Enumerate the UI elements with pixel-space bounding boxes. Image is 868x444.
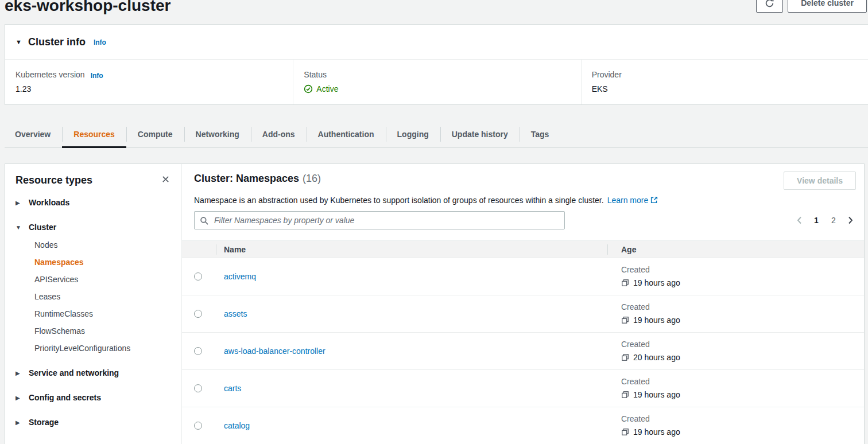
description-text: Namespace is an abstraction used by Kube… xyxy=(194,196,604,205)
tab-logging[interactable]: Logging xyxy=(386,120,440,147)
tab-resources[interactable]: Resources xyxy=(62,120,126,147)
resource-types-sidebar: Resource types ▶Workloads▼ClusterNodesNa… xyxy=(5,164,182,444)
sidebar-item-runtimeclasses[interactable]: RuntimeClasses xyxy=(34,309,171,318)
row-select-cell xyxy=(182,407,216,444)
tab-label: Tags xyxy=(531,130,549,139)
sidebar-group-workloads[interactable]: ▶Workloads xyxy=(16,198,171,207)
sidebar-group-label: Config and secrets xyxy=(29,393,101,402)
collapse-caret-icon[interactable]: ▼ xyxy=(16,38,22,45)
table-row: catalogCreated19 hours ago xyxy=(182,407,864,444)
field-value: Active xyxy=(304,84,580,94)
close-sidebar-button[interactable] xyxy=(160,174,171,186)
view-details-button[interactable]: View details xyxy=(784,172,856,190)
namespace-link[interactable]: assets xyxy=(224,309,247,318)
page-header: eks-workshop-cluster Delete cluster xyxy=(0,0,868,24)
copy-icon[interactable] xyxy=(621,279,629,287)
table-toolbar: 12 xyxy=(182,211,864,229)
sidebar-group-label: Storage xyxy=(29,418,59,427)
tab-add-ons[interactable]: Add-ons xyxy=(251,120,307,147)
namespaces-title-text: Cluster: Namespaces xyxy=(194,173,299,184)
row-age-cell: Created19 hours ago xyxy=(607,407,864,444)
age-value-line: 19 hours ago xyxy=(621,316,864,325)
namespace-link[interactable]: carts xyxy=(224,384,241,393)
row-select-radio[interactable] xyxy=(194,272,202,281)
table-body: activemqCreated19 hours agoassetsCreated… xyxy=(182,258,864,444)
tab-tags[interactable]: Tags xyxy=(520,120,561,147)
namespace-link[interactable]: catalog xyxy=(224,421,250,430)
page-button-1[interactable]: 1 xyxy=(810,213,823,227)
tab-authentication[interactable]: Authentication xyxy=(307,120,386,147)
row-select-radio[interactable] xyxy=(194,422,202,430)
namespaces-panel: Cluster: Namespaces(16) View details Nam… xyxy=(182,164,864,444)
age-value: 19 hours ago xyxy=(633,427,680,437)
delete-cluster-button[interactable]: Delete cluster xyxy=(788,0,867,13)
row-name-cell: activemq xyxy=(216,258,607,295)
cluster-info-field-provider: ProviderEKS xyxy=(581,60,868,104)
tab-overview[interactable]: Overview xyxy=(5,120,62,147)
cluster-info-info-link[interactable]: Info xyxy=(94,38,106,46)
sidebar-header: Resource types xyxy=(16,174,171,186)
row-select-cell xyxy=(182,370,216,407)
sidebar-item-prioritylevelconfigurations[interactable]: PriorityLevelConfigurations xyxy=(34,344,171,353)
learn-more-link[interactable]: Learn more xyxy=(607,196,658,205)
field-info-link[interactable]: Info xyxy=(91,72,103,80)
copy-icon[interactable] xyxy=(621,428,629,436)
sidebar-group-children: NodesNamespacesAPIServicesLeasesRuntimeC… xyxy=(16,240,171,353)
row-age-cell: Created19 hours ago xyxy=(607,258,864,295)
sidebar-item-namespaces[interactable]: Namespaces xyxy=(34,258,171,267)
resources-card: Resource types ▶Workloads▼ClusterNodesNa… xyxy=(5,163,865,444)
field-label: Kubernetes versionInfo xyxy=(16,70,293,79)
sidebar-group-cluster[interactable]: ▼Cluster xyxy=(16,223,171,232)
refresh-button[interactable] xyxy=(756,0,783,13)
age-column-header: Age xyxy=(607,245,864,254)
namespace-link[interactable]: aws-load-balancer-controller xyxy=(224,346,326,356)
page-title: eks-workshop-cluster xyxy=(5,0,170,14)
sidebar-item-apiservices[interactable]: APIServices xyxy=(34,275,171,284)
table-row: aws-load-balancer-controllerCreated20 ho… xyxy=(182,333,864,370)
row-select-radio[interactable] xyxy=(194,347,202,355)
caret-right-icon: ▶ xyxy=(16,395,21,401)
sidebar-group-config-and-secrets[interactable]: ▶Config and secrets xyxy=(16,393,171,402)
cluster-info-title: Cluster info xyxy=(28,36,86,48)
sidebar-group-label: Service and networking xyxy=(29,368,119,377)
cluster-info-field-status: StatusActive xyxy=(293,60,580,104)
tabs: OverviewResourcesComputeNetworkingAdd-on… xyxy=(5,120,868,148)
sidebar-group-label: Cluster xyxy=(29,223,56,232)
sidebar-group-service-and-networking[interactable]: ▶Service and networking xyxy=(16,368,171,377)
close-icon xyxy=(161,175,170,184)
copy-icon[interactable] xyxy=(621,391,629,399)
cluster-info-header: ▼ Cluster info Info xyxy=(5,25,868,60)
copy-icon[interactable] xyxy=(621,353,629,361)
namespace-link[interactable]: activemq xyxy=(224,272,256,281)
next-page-button[interactable] xyxy=(844,216,856,225)
row-name-cell: aws-load-balancer-controller xyxy=(216,333,607,369)
cluster-info-panel: ▼ Cluster info Info Kubernetes versionIn… xyxy=(5,24,868,105)
age-value: 19 hours ago xyxy=(633,316,680,325)
tab-update-history[interactable]: Update history xyxy=(440,120,520,147)
sidebar-item-leases[interactable]: Leases xyxy=(34,292,171,301)
cluster-info-field-kubernetes-version: Kubernetes versionInfo1.23 xyxy=(5,60,293,104)
sidebar-item-flowschemas[interactable]: FlowSchemas xyxy=(34,326,171,336)
sidebar-item-nodes[interactable]: Nodes xyxy=(34,240,171,250)
namespaces-count: (16) xyxy=(303,173,321,184)
row-select-cell xyxy=(182,333,216,369)
age-value: 20 hours ago xyxy=(633,353,680,362)
age-created-label: Created xyxy=(621,302,864,312)
row-age-cell: Created19 hours ago xyxy=(607,370,864,407)
page-button-2[interactable]: 2 xyxy=(827,213,840,227)
field-label-text: Kubernetes version xyxy=(16,70,85,79)
field-label-text: Status xyxy=(304,70,327,79)
filter-box xyxy=(194,211,565,229)
filter-input[interactable] xyxy=(213,215,559,225)
caret-right-icon: ▶ xyxy=(16,200,21,206)
chevron-right-icon xyxy=(846,216,855,225)
tab-label: Overview xyxy=(15,130,51,139)
row-select-radio[interactable] xyxy=(194,310,202,318)
caret-right-icon: ▶ xyxy=(16,370,21,376)
row-select-radio[interactable] xyxy=(194,384,202,392)
copy-icon[interactable] xyxy=(621,316,629,324)
tab-compute[interactable]: Compute xyxy=(126,120,184,147)
tab-networking[interactable]: Networking xyxy=(184,120,251,147)
sidebar-group-storage[interactable]: ▶Storage xyxy=(16,418,171,427)
previous-page-button[interactable] xyxy=(794,216,805,225)
